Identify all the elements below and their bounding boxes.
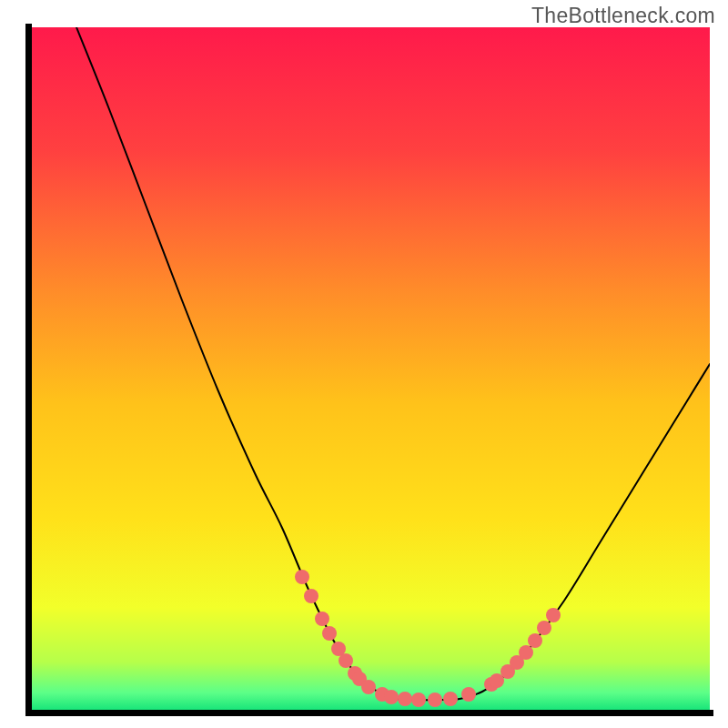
data-dot: [339, 653, 353, 668]
svg-rect-2: [25, 710, 713, 716]
data-dot: [384, 690, 399, 704]
data-dot: [322, 626, 337, 641]
data-dot: [304, 589, 318, 603]
chart-svg: [0, 0, 728, 728]
data-dot: [411, 693, 426, 707]
data-dot: [315, 612, 329, 626]
data-dot: [528, 633, 542, 648]
data-dot: [361, 680, 376, 694]
data-dot: [546, 608, 561, 622]
data-dot: [461, 687, 476, 702]
data-dot: [295, 570, 309, 584]
data-dot: [428, 693, 442, 707]
svg-rect-1: [25, 24, 32, 716]
data-dot: [519, 645, 533, 660]
chart-frame: TheBottleneck.com: [0, 0, 728, 728]
data-dot: [537, 621, 551, 635]
gradient-background: [32, 27, 710, 710]
data-dot: [443, 692, 458, 706]
watermark-text: TheBottleneck.com: [531, 4, 715, 28]
data-dot: [398, 692, 412, 706]
